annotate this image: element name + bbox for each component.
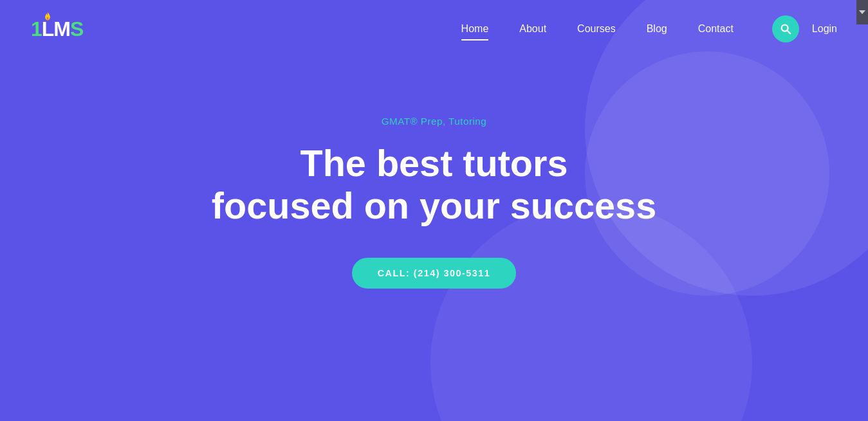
logo-text: 1 LMS [31,19,83,39]
login-link[interactable]: Login [812,23,837,35]
hero-title-line2: focused on your success [212,185,656,226]
nav-links: Home About Courses Blog Contact [461,23,734,35]
nav-link-home[interactable]: Home [461,23,489,37]
scrollbar-dropdown[interactable] [856,0,868,24]
nav-item-contact[interactable]: Contact [698,23,734,35]
nav-item-home[interactable]: Home [461,23,489,35]
nav-link-about[interactable]: About [519,23,546,37]
search-icon [780,23,791,35]
search-button[interactable] [772,15,799,42]
hero-section: GMAT® Prep, Tutoring The best tutors foc… [0,58,868,289]
nav-right: Login [772,15,837,42]
page-wrapper: 1 LMS Home About Courses Bl [0,0,868,421]
navbar: 1 LMS Home About Courses Bl [0,0,868,58]
nav-link-courses[interactable]: Courses [577,23,616,37]
nav-item-courses[interactable]: Courses [577,23,616,35]
cta-call-button[interactable]: CALL: (214) 300-5311 [352,258,517,289]
svg-marker-0 [859,10,865,14]
flame-icon [43,12,52,21]
nav-link-blog[interactable]: Blog [647,23,667,37]
hero-title-line1: The best tutors [300,143,568,184]
nav-item-about[interactable]: About [519,23,546,35]
nav-item-blog[interactable]: Blog [647,23,667,35]
nav-link-contact[interactable]: Contact [698,23,734,37]
hero-title: The best tutors focused on your success [212,142,656,227]
hero-subtitle: GMAT® Prep, Tutoring [382,116,487,127]
logo[interactable]: 1 LMS [31,19,83,39]
svg-line-2 [788,31,791,34]
